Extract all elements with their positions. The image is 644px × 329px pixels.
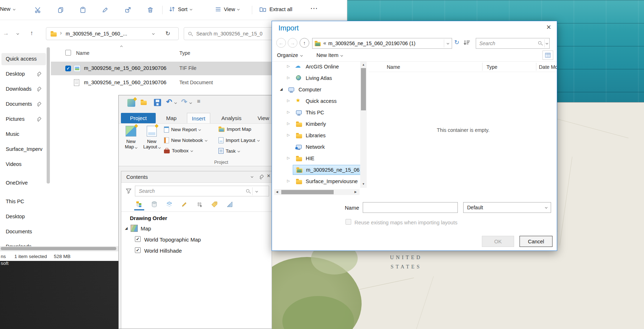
sidebar-item-documents[interactable]: Documents bbox=[1, 98, 46, 110]
expander-icon[interactable]: ▷ bbox=[287, 65, 290, 68]
sidebar-item-downloads[interactable]: Downloads bbox=[1, 83, 46, 95]
scroll-left-icon[interactable]: ◀ bbox=[276, 191, 278, 194]
task-button[interactable]: Task bbox=[218, 148, 240, 154]
sidebar-item-desktop-pc[interactable]: Desktop bbox=[1, 211, 46, 223]
new-button[interactable]: New bbox=[0, 6, 15, 12]
expander-icon[interactable]: ▷ bbox=[287, 76, 290, 80]
list-column-date[interactable]: Date Mo bbox=[539, 64, 557, 70]
layer-checkbox[interactable]: ✓ bbox=[135, 247, 141, 253]
expander-icon[interactable]: ▷ bbox=[287, 99, 290, 102]
sidebar-item-onedrive[interactable]: OneDrive bbox=[1, 177, 46, 189]
tree-item-selected-folder[interactable]: m_3009256_ne_15_06 bbox=[293, 165, 361, 175]
expander-icon[interactable]: ▷ bbox=[287, 133, 290, 137]
undo-button[interactable]: ↶ bbox=[166, 97, 172, 106]
expander-icon[interactable]: ◢ bbox=[280, 87, 283, 91]
breadcrumb[interactable]: m_3009256_ne_15_060_... bbox=[66, 31, 127, 37]
more-options-button[interactable]: … bbox=[310, 2, 318, 11]
tree-item-this-pc[interactable]: ▷ This PC bbox=[272, 108, 360, 118]
up-button[interactable]: ↑ bbox=[30, 30, 33, 37]
pane-pin-icon[interactable] bbox=[259, 175, 264, 179]
undo-dropdown-chevron[interactable] bbox=[174, 101, 177, 104]
tree-item-quick-access[interactable]: ▷ ★ Quick access bbox=[272, 96, 360, 106]
copy-button[interactable] bbox=[57, 6, 64, 14]
cut-button[interactable] bbox=[34, 6, 42, 14]
toolbox-button[interactable]: Toolbox bbox=[164, 148, 193, 153]
qat-open-button[interactable] bbox=[141, 100, 147, 106]
name-field[interactable] bbox=[363, 202, 458, 213]
tree-item-network[interactable]: Network bbox=[272, 142, 360, 152]
tab-list-by-perspective[interactable] bbox=[226, 201, 233, 208]
dialog-search-box[interactable] bbox=[476, 38, 550, 49]
sidebar-item-documents-pc[interactable]: Documents bbox=[1, 226, 46, 238]
rename-button[interactable] bbox=[102, 6, 109, 14]
name-input[interactable] bbox=[363, 202, 457, 213]
map-expander-icon[interactable]: ◢ bbox=[125, 227, 128, 230]
up-button[interactable]: ↑ bbox=[300, 38, 309, 48]
file-name[interactable]: m_3009256_ne_15_060_20190706 bbox=[84, 65, 166, 71]
tab-insert[interactable]: Insert bbox=[187, 113, 210, 123]
sort-order-button[interactable] bbox=[464, 40, 470, 46]
cancel-button[interactable]: Cancel bbox=[520, 236, 553, 247]
new-map-button[interactable]: New Map bbox=[122, 125, 140, 158]
tree-item-surface-imperviousness[interactable]: ▷ Surface_Imperviousne bbox=[272, 176, 361, 186]
scroll-right-icon[interactable]: ▶ bbox=[354, 191, 357, 194]
dialog-search-input[interactable] bbox=[479, 38, 535, 48]
paste-button[interactable] bbox=[79, 6, 86, 14]
search-dropdown-chevron[interactable] bbox=[546, 42, 548, 44]
redo-dropdown-chevron[interactable] bbox=[189, 101, 192, 104]
column-header-name[interactable]: Name bbox=[76, 50, 89, 56]
list-column-type[interactable]: Type bbox=[486, 64, 497, 70]
tab-list-by-drawing-order[interactable] bbox=[136, 201, 143, 208]
scrollbar-thumb[interactable] bbox=[361, 68, 366, 110]
explorer-search-input[interactable] bbox=[196, 28, 272, 40]
row-checkbox[interactable]: ✓ bbox=[65, 66, 71, 71]
organize-button[interactable]: Organize bbox=[277, 52, 302, 58]
expander-icon[interactable]: ▷ bbox=[287, 156, 290, 160]
dialog-breadcrumb[interactable]: m_3009256_ne_15_060_20190706 (1) bbox=[328, 40, 415, 46]
qat-customize-button[interactable]: ≡ bbox=[197, 98, 200, 105]
new-layout-button[interactable]: New Layout bbox=[142, 125, 162, 158]
scroll-up-icon[interactable]: ▲ bbox=[362, 63, 365, 66]
expander-icon[interactable]: ▷ bbox=[287, 179, 290, 183]
tab-list-by-snapping[interactable] bbox=[196, 201, 203, 208]
tab-list-by-data-source[interactable] bbox=[151, 201, 158, 208]
file-name[interactable]: m_3009256_ne_15_060_20190706 bbox=[84, 80, 166, 85]
expander-icon[interactable]: ▷ bbox=[287, 122, 290, 125]
refresh-button[interactable]: ↻ bbox=[165, 30, 170, 37]
share-button[interactable] bbox=[124, 6, 132, 14]
tab-list-by-labeling[interactable] bbox=[211, 201, 218, 208]
pane-close-button[interactable]: × bbox=[267, 173, 270, 179]
qat-new-project-button[interactable] bbox=[127, 99, 135, 107]
tree-vertical-scrollbar[interactable]: ▲ ▼ bbox=[360, 62, 367, 188]
dialog-close-button[interactable]: × bbox=[546, 23, 551, 32]
view-button[interactable]: View bbox=[215, 6, 239, 13]
select-all-checkbox[interactable] bbox=[65, 50, 71, 56]
tree-item-hie[interactable]: ▷ HIE bbox=[272, 153, 360, 163]
sidebar-item-music[interactable]: Music bbox=[1, 128, 46, 140]
sidebar-item-this-pc[interactable]: This PC bbox=[1, 196, 46, 208]
tab-list-by-selection[interactable] bbox=[166, 201, 173, 208]
contents-search-input[interactable] bbox=[139, 186, 243, 196]
filter-button[interactable] bbox=[126, 188, 132, 194]
import-layout-button[interactable]: Import Layout bbox=[218, 137, 259, 143]
map-layer-label[interactable]: Map bbox=[141, 225, 151, 232]
tree-item-living-atlas[interactable]: ▷ Living Atlas bbox=[272, 73, 360, 83]
sidebar-item-videos[interactable]: Videos bbox=[1, 158, 46, 171]
list-column-name[interactable]: Name bbox=[387, 64, 400, 70]
sidebar-item-pictures[interactable]: Pictures bbox=[1, 113, 46, 125]
layer-label[interactable]: World Topographic Map bbox=[144, 237, 201, 243]
forward-button[interactable]: → bbox=[288, 38, 297, 48]
forward-button[interactable]: → bbox=[3, 30, 9, 37]
explorer-search-box[interactable] bbox=[184, 27, 273, 40]
address-dropdown-chevron[interactable] bbox=[152, 32, 155, 35]
explorer-horizontal-scrollbar[interactable] bbox=[0, 246, 118, 251]
tree-item-kimberly[interactable]: ▷ Kimberly bbox=[272, 119, 360, 129]
sort-button[interactable]: Sort bbox=[169, 6, 192, 13]
tab-view[interactable]: View bbox=[253, 113, 272, 123]
search-dropdown-chevron[interactable] bbox=[255, 190, 258, 192]
new-item-button[interactable]: New Item bbox=[316, 52, 343, 58]
address-dropdown-chevron[interactable] bbox=[447, 42, 449, 44]
sidebar-scrollbar[interactable] bbox=[47, 47, 50, 183]
new-notebook-button[interactable]: New Notebook bbox=[164, 137, 207, 143]
view-columns-button[interactable] bbox=[542, 51, 553, 60]
